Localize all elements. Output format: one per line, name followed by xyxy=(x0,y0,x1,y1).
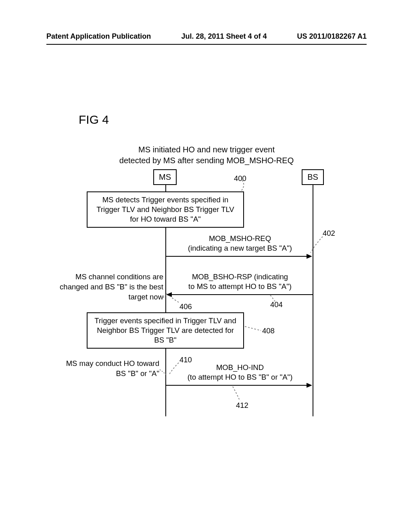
msg-412-line1: MOB_HO-IND xyxy=(216,363,264,372)
actor-ms: MS xyxy=(153,169,177,185)
leader-406 xyxy=(169,295,181,305)
leader-412 xyxy=(232,386,244,403)
msg-404-line2: to MS to attempt HO to BS "A") xyxy=(188,282,292,291)
page-header: Patent Application Publication Jul. 28, … xyxy=(0,32,413,45)
side-note-410: MS may conduct HO toward BS "B" or "A" xyxy=(58,359,159,379)
figure-title: MS initiated HO and new trigger event de… xyxy=(0,144,413,166)
figure-title-line2: detected by MS after sending MOB_MSHO-RE… xyxy=(119,156,294,165)
arrowhead-412 xyxy=(307,383,312,388)
figure-title-line1: MS initiated HO and new trigger event xyxy=(138,145,275,154)
msg-402-line2: (indicating a new target BS "A") xyxy=(188,244,292,252)
header-left: Patent Application Publication xyxy=(46,32,151,41)
header-row: Patent Application Publication Jul. 28, … xyxy=(46,32,367,45)
msg-402-line1: MOB_MSHO-REQ xyxy=(209,234,271,243)
message-404: MOB_BSHO-RSP (indicating to MS to attemp… xyxy=(171,272,309,291)
arrow-404 xyxy=(171,294,313,295)
arrowhead-402 xyxy=(307,254,312,259)
leader-402 xyxy=(310,236,325,254)
leader-400 xyxy=(240,179,252,193)
sequence-diagram: MS BS MS detects Trigger events specifie… xyxy=(0,169,413,419)
figure-label: FIG 4 xyxy=(79,113,109,127)
arrow-402 xyxy=(166,256,307,257)
lifeline-bs xyxy=(313,185,313,416)
actor-bs: BS xyxy=(302,169,324,185)
msg-412-line2: (to attempt HO to BS "B" or "A") xyxy=(188,373,293,381)
header-center: Jul. 28, 2011 Sheet 4 of 4 xyxy=(181,32,267,41)
event-box-408: Trigger events specified in Trigger TLV … xyxy=(87,312,244,349)
message-402: MOB_MSHO-REQ (indicating a new target BS… xyxy=(171,234,309,253)
leader-406-link xyxy=(161,292,169,301)
leader-408 xyxy=(244,326,262,334)
message-412: MOB_HO-IND (to attempt HO to BS "B" or "… xyxy=(171,363,309,382)
msg-404-line1: MOB_BSHO-RSP (indicating xyxy=(192,272,288,281)
header-right: US 2011/0182267 A1 xyxy=(297,32,367,41)
event-box-400: MS detects Trigger events specified in T… xyxy=(87,191,244,228)
leader-404 xyxy=(269,294,281,303)
side-note-406: MS channel conditions are changed and BS… xyxy=(58,272,163,302)
leader-410-link xyxy=(159,369,167,376)
ref-408: 408 xyxy=(262,326,275,335)
